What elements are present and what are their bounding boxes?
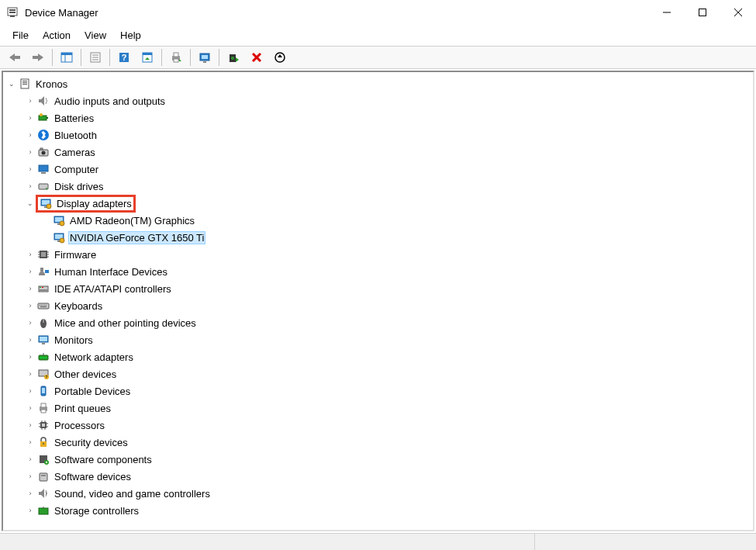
expander-icon[interactable]: ⌄ bbox=[25, 198, 36, 209]
expander-icon[interactable]: › bbox=[25, 386, 36, 396]
svg-rect-42 bbox=[47, 117, 48, 119]
scan-button[interactable] bbox=[194, 47, 216, 67]
expander-icon[interactable]: › bbox=[25, 505, 36, 516]
svg-rect-11 bbox=[61, 53, 72, 55]
category-label: Keyboards bbox=[53, 299, 104, 313]
enable-button[interactable] bbox=[223, 47, 244, 67]
svg-rect-65 bbox=[41, 252, 46, 257]
tree-category[interactable]: › Security devices bbox=[3, 434, 753, 451]
expander-icon[interactable]: › bbox=[25, 420, 36, 431]
tree-category[interactable]: › Batteries bbox=[3, 109, 753, 126]
tree-category[interactable]: › Human Interface Devices bbox=[3, 263, 753, 280]
tree-category[interactable]: › Bluetooth bbox=[3, 126, 753, 144]
tree-category[interactable]: › Software devices bbox=[3, 468, 753, 485]
svg-point-46 bbox=[42, 151, 46, 155]
category-icon bbox=[37, 487, 50, 500]
expander-icon[interactable]: › bbox=[25, 437, 36, 448]
tree-category[interactable]: › Keyboards bbox=[3, 297, 753, 314]
tree-category[interactable]: › Firmware bbox=[3, 246, 753, 263]
tree-category[interactable]: › Disk drives bbox=[3, 178, 753, 195]
category-label: Human Interface Devices bbox=[53, 265, 169, 278]
expander-icon[interactable]: › bbox=[25, 164, 36, 175]
print-button[interactable] bbox=[165, 47, 187, 67]
properties-button[interactable] bbox=[85, 47, 106, 67]
category-icon bbox=[37, 470, 50, 483]
update-driver-button[interactable] bbox=[269, 47, 291, 67]
tree-category[interactable]: › Print queues bbox=[3, 400, 753, 417]
menu-action[interactable]: Action bbox=[36, 28, 77, 43]
expander-icon[interactable]: › bbox=[25, 283, 36, 294]
svg-rect-38 bbox=[22, 82, 27, 83]
category-label: Processors bbox=[53, 419, 106, 432]
uninstall-button[interactable] bbox=[246, 47, 268, 67]
svg-rect-72 bbox=[40, 268, 43, 272]
tree-category[interactable]: › Cameras bbox=[3, 144, 753, 161]
svg-rect-102 bbox=[41, 410, 46, 413]
category-icon bbox=[37, 163, 50, 175]
expander-icon[interactable]: › bbox=[25, 317, 36, 328]
expander-icon[interactable]: › bbox=[25, 300, 36, 311]
svg-rect-117 bbox=[46, 462, 47, 463]
tree-category[interactable]: › Processors bbox=[3, 417, 753, 434]
tree-device[interactable]: NVIDIA GeForce GTX 1650 Ti bbox=[3, 229, 753, 246]
svg-rect-24 bbox=[174, 59, 178, 62]
minimize-button[interactable] bbox=[649, 0, 685, 25]
expander-icon[interactable]: › bbox=[25, 471, 36, 482]
tree-category[interactable]: › Sound, video and game controllers bbox=[3, 485, 753, 502]
tree-category[interactable]: › Audio inputs and outputs bbox=[3, 92, 753, 109]
tree-category[interactable]: › Network adapters bbox=[3, 348, 753, 365]
tree-category[interactable]: › Software components bbox=[3, 451, 753, 468]
expander-icon[interactable]: › bbox=[25, 351, 36, 362]
tree-root[interactable]: ⌄ Kronos bbox=[3, 75, 753, 92]
expander-icon[interactable]: › bbox=[25, 488, 36, 499]
category-icon bbox=[37, 299, 50, 312]
svg-point-114 bbox=[43, 443, 44, 444]
close-button[interactable] bbox=[720, 0, 756, 25]
svg-rect-80 bbox=[41, 305, 42, 306]
expander-icon[interactable]: › bbox=[25, 95, 36, 106]
expander-icon[interactable]: › bbox=[25, 249, 36, 260]
expander-icon[interactable]: › bbox=[25, 368, 36, 379]
category-label: Bluetooth bbox=[53, 129, 98, 142]
tree-category[interactable]: › Storage controllers bbox=[3, 502, 753, 519]
tree-category[interactable]: › Monitors bbox=[3, 331, 753, 348]
svg-rect-27 bbox=[202, 55, 208, 59]
svg-rect-78 bbox=[38, 303, 49, 309]
tree-category[interactable]: › Computer bbox=[3, 161, 753, 178]
maximize-button[interactable] bbox=[685, 0, 720, 25]
expander-icon[interactable]: › bbox=[25, 112, 36, 123]
show-hide-tree-button[interactable] bbox=[56, 47, 78, 67]
tree-category[interactable]: › Portable Devices bbox=[3, 382, 753, 400]
category-icon bbox=[37, 146, 50, 158]
back-button[interactable] bbox=[4, 47, 26, 67]
tree-category[interactable]: › Mice and other pointing devices bbox=[3, 314, 753, 331]
forward-button[interactable] bbox=[27, 47, 49, 67]
menu-view[interactable]: View bbox=[78, 28, 112, 43]
help-button[interactable]: ? bbox=[113, 47, 135, 67]
tree-category[interactable]: ⌄ Display adapters bbox=[3, 195, 753, 212]
tree-category[interactable]: › ? Other devices bbox=[3, 365, 753, 382]
expander-icon[interactable]: › bbox=[25, 181, 36, 192]
menu-help[interactable]: Help bbox=[114, 28, 147, 43]
expander-icon[interactable]: › bbox=[25, 147, 36, 157]
expander-icon[interactable]: ⌄ bbox=[6, 78, 17, 89]
category-label: Portable Devices bbox=[53, 385, 132, 398]
expander-icon[interactable]: › bbox=[25, 130, 36, 140]
category-icon bbox=[37, 317, 50, 329]
menu-file[interactable]: File bbox=[6, 28, 35, 43]
category-icon bbox=[37, 385, 50, 397]
device-tree[interactable]: ⌄ Kronos › Audio inputs and outputs › Ba… bbox=[2, 71, 754, 531]
svg-rect-2 bbox=[9, 12, 16, 13]
expander-icon[interactable]: › bbox=[25, 403, 36, 413]
category-icon bbox=[37, 419, 50, 431]
expander-icon[interactable]: › bbox=[25, 454, 36, 465]
category-icon bbox=[37, 504, 50, 517]
expander-icon[interactable]: › bbox=[25, 334, 36, 345]
tree-category[interactable]: › IDE ATA/ATAPI controllers bbox=[3, 280, 753, 297]
svg-rect-81 bbox=[43, 305, 43, 306]
expander-icon[interactable]: › bbox=[25, 266, 36, 277]
svg-text:?: ? bbox=[122, 53, 127, 62]
category-icon bbox=[37, 112, 50, 124]
action-wizard-button[interactable] bbox=[136, 47, 158, 67]
tree-device[interactable]: AMD Radeon(TM) Graphics bbox=[3, 212, 753, 229]
